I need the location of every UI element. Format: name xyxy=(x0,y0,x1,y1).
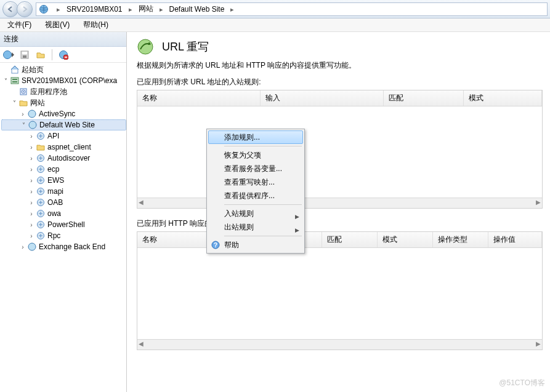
ctx-providers[interactable]: 查看提供程序... xyxy=(208,189,303,202)
svg-point-14 xyxy=(23,91,24,92)
home-dropdown-button[interactable] xyxy=(2,49,15,61)
tree-app-pools[interactable]: ▾应用程序池 xyxy=(1,86,126,97)
tree-activesync[interactable]: ›ActiveSync xyxy=(1,108,126,119)
site-icon xyxy=(27,242,37,252)
svg-rect-4 xyxy=(23,55,26,58)
breadcrumb-site[interactable]: Default Web Site xyxy=(169,5,225,14)
svg-rect-10 xyxy=(12,79,17,80)
ctx-help[interactable]: ? 帮助 xyxy=(208,238,303,252)
svg-point-15 xyxy=(28,110,36,118)
svg-point-27 xyxy=(138,39,153,54)
app-icon xyxy=(36,175,46,185)
tree-powershell[interactable]: ›PowerShell xyxy=(1,219,126,230)
site-icon xyxy=(27,109,37,119)
context-menu: 添加规则... 恢复为父项 查看服务器变量... 查看重写映射... 查看提供程… xyxy=(206,129,305,254)
app-icon xyxy=(36,198,46,207)
breadcrumb-server[interactable]: SRV2019MBX01 xyxy=(67,5,123,14)
tree-ews[interactable]: ›EWS xyxy=(1,175,126,186)
col-out-opval[interactable]: 操作值 xyxy=(488,232,542,247)
ctx-server-variables[interactable]: 查看服务器变量... xyxy=(208,162,303,175)
app-icon xyxy=(36,186,46,196)
inbound-grid-scrollbar[interactable] xyxy=(137,198,542,208)
ctx-add-rule[interactable]: 添加规则... xyxy=(208,130,303,144)
svg-point-16 xyxy=(29,121,36,129)
svg-text:?: ? xyxy=(214,242,217,249)
outbound-grid-scrollbar[interactable] xyxy=(137,339,542,350)
app-icon xyxy=(36,209,46,218)
server-icon xyxy=(10,76,20,86)
menu-view[interactable]: 视图(V) xyxy=(42,18,72,31)
col-match[interactable]: 匹配 xyxy=(384,90,464,106)
tree-autodiscover[interactable]: ›Autodiscover xyxy=(1,153,126,164)
tree-default-web-site[interactable]: ˅Default Web Site xyxy=(1,119,126,130)
tree-api[interactable]: ›API xyxy=(1,130,126,142)
app-icon xyxy=(36,220,46,230)
svg-rect-3 xyxy=(22,52,27,54)
col-name[interactable]: 名称 xyxy=(137,90,261,106)
app-icon xyxy=(36,231,46,241)
watermark: @51CTO博客 xyxy=(499,378,545,388)
svg-rect-11 xyxy=(12,81,17,82)
globe-icon xyxy=(39,4,49,14)
tree-oab[interactable]: ›OAB xyxy=(1,197,126,208)
connections-panel: 连接 ▾起始页 ˅SRV2019MBX01 (CORP\exa ▾应用程序池 ˅… xyxy=(0,32,127,392)
col-out-mode[interactable]: 模式 xyxy=(378,232,433,247)
menu-help[interactable]: 帮助(H) xyxy=(81,18,111,31)
feature-panel: URL 重写 根据规则为所请求的 URL 地址和 HTTP 响应的内容提供重写功… xyxy=(127,32,550,392)
svg-rect-9 xyxy=(11,78,18,84)
stop-server-icon[interactable] xyxy=(57,49,70,61)
ctx-rewrite-maps[interactable]: 查看重写映射... xyxy=(208,175,303,189)
open-folder-icon[interactable] xyxy=(34,49,47,61)
breadcrumb[interactable]: SRV2019MBX01 网站 Default Web Site xyxy=(36,2,548,16)
address-bar: SRV2019MBX01 网站 Default Web Site xyxy=(0,0,550,18)
page-title: URL 重写 xyxy=(162,39,209,54)
folder-icon xyxy=(36,142,46,152)
outbound-section-label: 已应用到 HTTP 响应的出站规则: xyxy=(137,218,543,229)
svg-point-26 xyxy=(28,243,36,250)
connections-title: 连接 xyxy=(0,32,126,47)
outbound-rules-grid[interactable]: 名称 输入 匹配 模式 操作类型 操作值 xyxy=(137,231,543,350)
tree-start-page[interactable]: ▾起始页 xyxy=(1,64,126,75)
connections-tree[interactable]: ▾起始页 ˅SRV2019MBX01 (CORP\exa ▾应用程序池 ˅网站 … xyxy=(0,63,126,392)
tree-ecp[interactable]: ›ecp xyxy=(1,164,126,175)
app-icon xyxy=(36,131,46,141)
help-icon: ? xyxy=(211,240,220,250)
tree-owa[interactable]: ›owa xyxy=(1,208,126,219)
app-icon xyxy=(36,153,46,163)
ctx-revert-parent[interactable]: 恢复为父项 xyxy=(208,148,303,162)
site-icon xyxy=(28,120,38,130)
tree-exchange-back-end[interactable]: ›Exchange Back End xyxy=(1,241,126,252)
inbound-rules-grid[interactable]: 名称 输入 匹配 模式 xyxy=(137,90,543,209)
col-out-match[interactable]: 匹配 xyxy=(322,232,378,247)
ctx-outbound-rules[interactable]: 出站规则 xyxy=(208,220,303,234)
menu-file[interactable]: 文件(F) xyxy=(5,18,34,31)
page-description: 根据规则为所请求的 URL 地址和 HTTP 响应的内容提供重写功能。 xyxy=(137,60,543,71)
tree-mapi[interactable]: ›mapi xyxy=(1,186,126,197)
svg-rect-7 xyxy=(65,57,67,58)
breadcrumb-sites[interactable]: 网站 xyxy=(139,4,153,14)
app-icon xyxy=(36,164,46,174)
connections-toolbar xyxy=(0,47,126,63)
folder-sites-icon xyxy=(18,98,28,108)
url-rewrite-icon xyxy=(137,38,154,55)
home-icon xyxy=(10,65,20,74)
tree-aspnet-client[interactable]: ›aspnet_client xyxy=(1,142,126,153)
tree-server[interactable]: ˅SRV2019MBX01 (CORP\exa xyxy=(1,75,126,86)
save-icon[interactable] xyxy=(18,49,31,61)
tree-sites[interactable]: ˅网站 xyxy=(1,97,126,108)
nav-forward-button[interactable] xyxy=(17,1,33,17)
menubar: 文件(F) 视图(V) 帮助(H) xyxy=(0,18,550,32)
ctx-inbound-rules[interactable]: 入站规则 xyxy=(208,207,303,220)
apppool-icon xyxy=(18,87,28,97)
svg-rect-8 xyxy=(12,69,18,73)
inbound-section-label: 已应用到所请求 URL 地址的入站规则: xyxy=(137,77,543,87)
tree-rpc[interactable]: ›Rpc xyxy=(1,230,126,241)
col-out-optype[interactable]: 操作类型 xyxy=(433,232,488,247)
svg-point-1 xyxy=(4,50,12,58)
col-input[interactable]: 输入 xyxy=(261,90,384,106)
col-mode[interactable]: 模式 xyxy=(464,90,542,106)
